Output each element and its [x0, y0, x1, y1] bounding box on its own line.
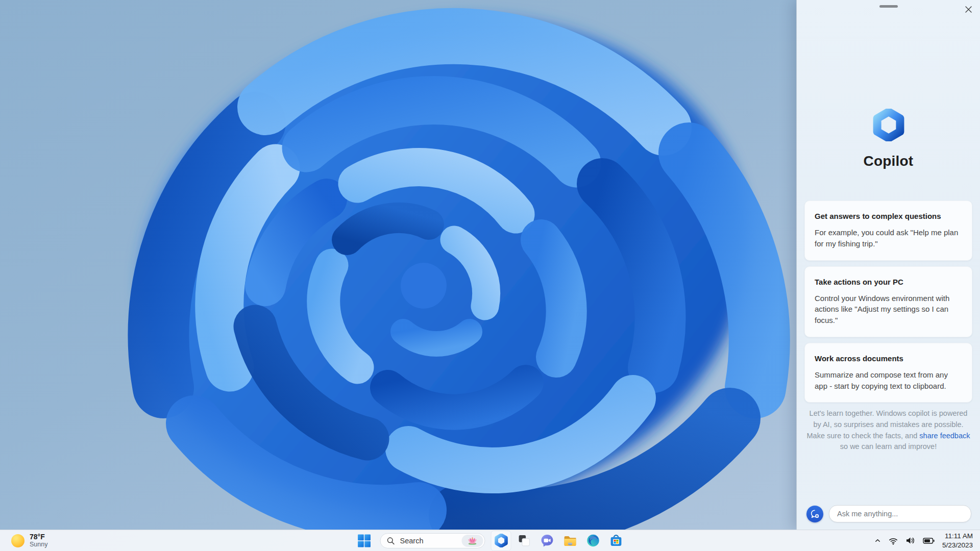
weather-temperature: 78°F: [30, 533, 47, 541]
copilot-icon: [494, 534, 508, 547]
store-icon: [609, 534, 623, 547]
search-icon: [387, 537, 395, 545]
card-body: For example, you could ask "Help me plan…: [815, 227, 962, 249]
card-title: Work across documents: [815, 354, 962, 363]
suggestion-cards: Get answers to complex questions For exa…: [804, 201, 972, 403]
card-body: Control your Windows environment with ac…: [815, 293, 962, 326]
search-highlight-badge[interactable]: [462, 535, 483, 547]
taskbar-app-chat[interactable]: [537, 531, 557, 551]
card-title: Take actions on your PC: [815, 278, 962, 286]
card-work-documents[interactable]: Work across documents Summarize and comp…: [804, 343, 972, 403]
chat-icon: [540, 534, 554, 547]
system-tray: 11:11 AM 5/23/2023: [874, 530, 980, 551]
taskbar-center: Search: [354, 530, 626, 551]
disclaimer-text: so we can learn and improve!: [840, 442, 937, 450]
tray-overflow-button[interactable]: [874, 537, 881, 544]
close-button[interactable]: [962, 3, 975, 16]
network-button[interactable]: [889, 537, 898, 545]
drag-handle[interactable]: [879, 5, 898, 8]
wifi-icon: [889, 537, 898, 545]
weather-widget[interactable]: 78°F Sunny: [8, 530, 51, 551]
chat-input-row: [806, 505, 971, 522]
file-explorer-icon: [563, 534, 577, 547]
task-view-icon: [518, 534, 530, 547]
start-icon: [358, 534, 371, 547]
volume-icon: [905, 536, 915, 545]
sun-icon: [11, 534, 24, 547]
taskbar-app-task-view[interactable]: [514, 531, 534, 551]
taskbar: 78°F Sunny Search: [0, 530, 980, 551]
share-feedback-link[interactable]: share feedback: [919, 432, 970, 440]
card-title: Get answers to complex questions: [815, 212, 962, 220]
clock-date: 5/23/2023: [942, 541, 973, 550]
card-complex-questions[interactable]: Get answers to complex questions For exa…: [804, 201, 972, 261]
clock-time: 11:11 AM: [942, 532, 973, 541]
search-label: Search: [400, 537, 424, 545]
taskbar-app-file-explorer[interactable]: [560, 531, 580, 551]
card-body: Summarize and compose text from any app …: [815, 369, 962, 392]
volume-button[interactable]: [905, 536, 915, 545]
card-take-actions[interactable]: Take actions on your PC Control your Win…: [804, 266, 972, 337]
copilot-title: Copilot: [797, 153, 980, 169]
weather-condition: Sunny: [30, 541, 47, 548]
battery-button[interactable]: [923, 537, 935, 544]
start-button[interactable]: [354, 531, 375, 551]
copilot-logo: [871, 109, 906, 141]
clock[interactable]: 11:11 AM 5/23/2023: [942, 532, 973, 549]
close-icon: [965, 6, 972, 13]
copilot-sidebar: Copilot Get answers to complex questions…: [796, 0, 980, 530]
ai-disclaimer: Let's learn together. Windows copilot is…: [805, 408, 972, 453]
search-box[interactable]: Search: [380, 533, 485, 548]
battery-icon: [923, 537, 935, 544]
taskbar-app-edge[interactable]: [583, 531, 603, 551]
new-chat-button[interactable]: [806, 506, 823, 522]
edge-icon: [586, 534, 600, 547]
lotus-icon: [467, 536, 478, 545]
new-chat-icon: [810, 509, 820, 519]
taskbar-app-copilot[interactable]: [491, 531, 511, 551]
chevron-up-icon: [874, 537, 881, 544]
taskbar-app-store[interactable]: [606, 531, 626, 551]
ask-me-anything-input[interactable]: [829, 505, 971, 522]
